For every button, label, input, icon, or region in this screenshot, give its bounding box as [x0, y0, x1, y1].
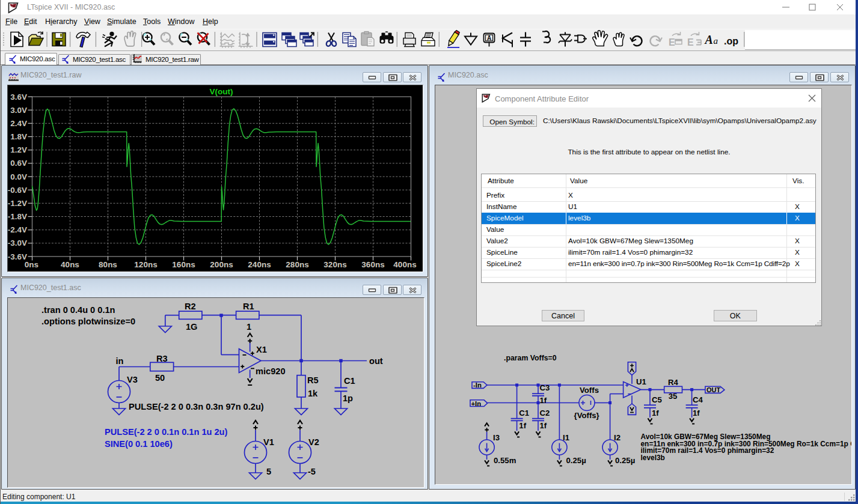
svg-text:I1: I1 [563, 433, 569, 442]
svg-text:3.0V: 3.0V [10, 106, 27, 115]
svg-text:280ns: 280ns [286, 260, 308, 269]
svg-text:360ns: 360ns [361, 260, 384, 269]
svg-text:-0.6V: -0.6V [8, 186, 27, 195]
svg-text:160ns: 160ns [172, 260, 195, 269]
svg-text:I3: I3 [493, 433, 500, 442]
svg-text:1f: 1f [540, 396, 547, 405]
svg-text:.options plotwinsize=0: .options plotwinsize=0 [41, 317, 135, 326]
svg-text:V(out): V(out) [210, 87, 233, 96]
svg-text:C4: C4 [693, 395, 703, 404]
svg-text:1p: 1p [343, 393, 353, 403]
svg-text:PULSE(-2 2 0 0.1n 0.1n 1u 2u): PULSE(-2 2 0 0.1n 0.1n 1u 2u) [105, 427, 228, 437]
svg-text:R2: R2 [185, 302, 196, 311]
svg-text:a: a [714, 36, 719, 46]
svg-text:3.6V: 3.6V [10, 93, 27, 102]
svg-text:U1: U1 [636, 377, 646, 386]
svg-text:1G: 1G [186, 322, 197, 332]
svg-text:out: out [369, 356, 383, 366]
svg-text:C1: C1 [519, 408, 529, 417]
svg-text:R5: R5 [307, 375, 319, 385]
svg-text:1.2V: 1.2V [10, 145, 27, 154]
svg-text:E: E [669, 37, 675, 47]
svg-text:C5: C5 [652, 395, 662, 404]
svg-text:-In: -In [473, 381, 482, 389]
svg-text:-3.0V: -3.0V [8, 238, 27, 247]
svg-text:320ns: 320ns [323, 260, 346, 269]
svg-text:35: 35 [669, 392, 678, 401]
svg-text:OUT: OUT [706, 386, 721, 393]
svg-text:1f: 1f [519, 421, 526, 430]
svg-text:0.6V: 0.6V [10, 159, 27, 168]
svg-text:400ns: 400ns [393, 260, 416, 269]
svg-text:A: A [487, 35, 491, 41]
svg-text:E: E [687, 37, 694, 47]
svg-text:80ns: 80ns [99, 260, 117, 269]
svg-text:PULSE(-2 2 0 0.3n 0.3n 97n 0.2: PULSE(-2 2 0 0.3n 0.3n 97n 0.2u) [129, 402, 264, 411]
svg-text:240ns: 240ns [248, 260, 271, 269]
svg-text:R3: R3 [156, 354, 168, 363]
svg-text:SINE(0 0.1 10e6): SINE(0 0.1 10e6) [105, 439, 173, 449]
svg-text:mic920: mic920 [256, 366, 286, 376]
svg-text:0ns: 0ns [25, 260, 38, 269]
svg-text:0.0V: 0.0V [10, 172, 27, 181]
svg-text:I2: I2 [614, 433, 621, 442]
svg-text:.param Voffs=0: .param Voffs=0 [504, 354, 557, 362]
svg-text:+In: +In [471, 400, 482, 407]
svg-text:1k: 1k [308, 389, 318, 398]
svg-text:C2: C2 [540, 408, 550, 417]
svg-text:-1.8V: -1.8V [8, 212, 27, 221]
svg-text:level3b: level3b [641, 454, 665, 462]
svg-text:1f: 1f [693, 408, 700, 417]
svg-text:V3: V3 [127, 375, 138, 384]
svg-text:1: 1 [247, 322, 251, 332]
svg-text:2.4V: 2.4V [10, 119, 27, 128]
svg-text:1f: 1f [652, 408, 659, 417]
svg-text:-1.2V: -1.2V [8, 199, 27, 208]
svg-text:0.25µ: 0.25µ [566, 456, 586, 465]
svg-text:200ns: 200ns [210, 260, 233, 269]
svg-text:V2: V2 [308, 437, 319, 447]
svg-text:0.55m: 0.55m [494, 456, 516, 465]
svg-text:in: in [116, 356, 124, 366]
svg-text:R1: R1 [243, 302, 254, 311]
svg-text:Voffs: Voffs [580, 386, 599, 395]
svg-text:40ns: 40ns [61, 260, 79, 269]
svg-text:C3: C3 [540, 383, 550, 392]
svg-text:1f: 1f [540, 421, 547, 430]
svg-text:V1: V1 [263, 437, 274, 447]
svg-text:1.8V: 1.8V [10, 132, 27, 141]
svg-text:{Voffs}: {Voffs} [574, 411, 599, 420]
svg-text:5: 5 [266, 467, 271, 476]
svg-text:50: 50 [155, 373, 165, 383]
svg-text:0.25µ: 0.25µ [615, 456, 635, 465]
svg-text:.tran 0 0.4u 0 0.1n: .tran 0 0.4u 0 0.1n [41, 305, 115, 315]
svg-text:.op: .op [724, 36, 738, 46]
svg-text:C1: C1 [344, 376, 355, 386]
svg-text:120ns: 120ns [134, 260, 157, 269]
svg-text:A: A [704, 33, 713, 46]
svg-text:R4: R4 [668, 378, 679, 387]
svg-text:-5: -5 [308, 467, 316, 476]
svg-text:X1: X1 [256, 345, 267, 354]
svg-text:-2.4V: -2.4V [8, 225, 27, 234]
